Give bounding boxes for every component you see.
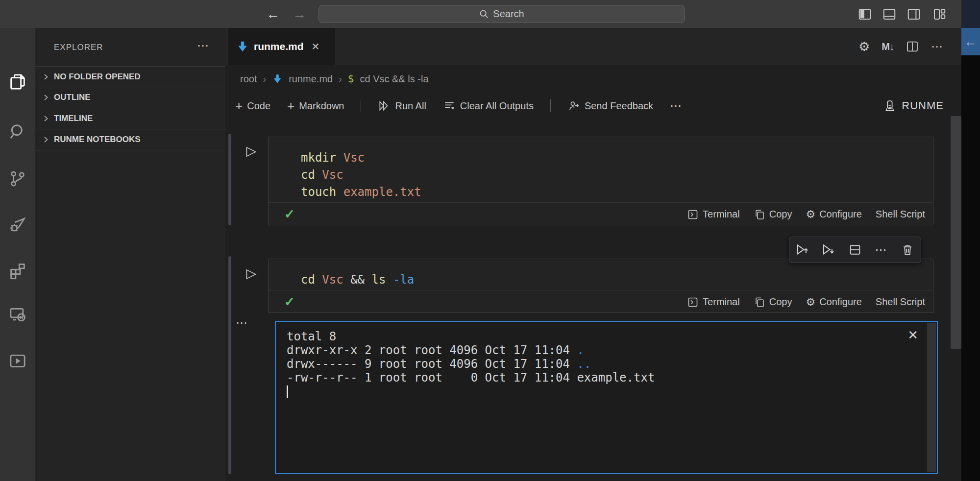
more-icon: ⋯ — [670, 99, 683, 113]
activity-bar — [0, 28, 35, 481]
cell-more-actions-button[interactable]: ⋯ — [870, 239, 893, 261]
background-back-arrow-icon: ← — [964, 34, 977, 49]
output-scrollbar[interactable] — [927, 323, 936, 472]
delete-cell-button[interactable] — [896, 239, 919, 261]
cell-status-bar: ✓ Terminal Copy ⚙ Configure — [269, 290, 933, 313]
run-and-debug-icon[interactable] — [7, 214, 28, 236]
plus-icon: + — [235, 98, 243, 114]
background-window-body — [961, 55, 980, 481]
breadcrumb-file[interactable]: runme.md — [289, 73, 333, 85]
runme-file-icon — [236, 40, 249, 53]
copy-icon — [754, 296, 765, 308]
tab-runme-md[interactable]: runme.md ✕ — [228, 28, 335, 65]
toggle-primary-sidebar-button[interactable] — [858, 7, 872, 22]
search-placeholder: Search — [493, 8, 524, 20]
run-cell-button[interactable]: ▷ — [244, 144, 259, 158]
run-all-label: Run All — [395, 100, 426, 112]
open-preview-icon[interactable]: M↓ — [882, 41, 894, 52]
gear-icon: ⚙ — [806, 209, 815, 220]
toolbar-separator — [550, 99, 551, 112]
code-line: cd Vsc — [301, 167, 933, 184]
sidebar-more-actions-icon[interactable]: ⋯ — [197, 39, 210, 52]
tab-close-icon[interactable]: ✕ — [312, 41, 320, 52]
sidebar-sections: NO FOLDER OPENEDOUTLINETIMELINERUNME NOT… — [35, 66, 225, 150]
notebook-toolbar: + Code + Markdown Run All Clear All Outp… — [225, 93, 961, 119]
runme-notebooks-view-icon[interactable] — [7, 350, 28, 372]
split-editor-icon[interactable] — [906, 40, 919, 53]
clear-outputs-icon — [443, 99, 456, 112]
execute-below-button[interactable] — [817, 239, 840, 261]
code-line: drwxr-xr-x 2 root root 4096 Oct 17 11:04… — [287, 343, 655, 357]
add-code-cell-button[interactable]: + Code — [235, 98, 270, 114]
explorer-icon[interactable] — [7, 71, 28, 93]
code-line: -rw-r--r-- 1 root root 0 Oct 17 11:04 ex… — [287, 371, 655, 385]
toggle-panel-button[interactable] — [882, 7, 897, 22]
toggle-secondary-sidebar-button[interactable] — [906, 7, 921, 22]
breadcrumb-runme-icon — [272, 73, 283, 84]
cell-language-picker[interactable]: Shell Script — [876, 209, 925, 220]
cell-copy-button[interactable]: Copy — [754, 296, 792, 308]
command-center-search[interactable]: Search — [318, 5, 685, 23]
customize-layout-button[interactable] — [932, 7, 947, 22]
breadcrumb-root[interactable]: root — [240, 73, 257, 85]
breadcrumb-chevron-icon: › — [339, 73, 342, 85]
split-cell-button[interactable] — [844, 239, 866, 261]
cell-focus-indicator[interactable] — [228, 134, 231, 225]
send-feedback-icon — [567, 99, 580, 112]
breadcrumb-command[interactable]: cd Vsc && ls -la — [360, 73, 429, 85]
sidebar-explorer: EXPLORER ⋯ NO FOLDER OPENEDOUTLINETIMELI… — [35, 28, 225, 481]
send-feedback-button[interactable]: Send Feedback — [567, 99, 653, 112]
code-cell-1[interactable]: mkdir Vsccd Vsctouch example.txt ✓ Termi… — [268, 137, 933, 225]
terminal-cursor — [287, 385, 288, 398]
sidebar-section-no-folder-opened[interactable]: NO FOLDER OPENED — [35, 66, 225, 87]
remote-explorer-icon[interactable] — [7, 304, 28, 325]
sidebar-section-timeline[interactable]: TIMELINE — [35, 108, 225, 129]
breadcrumb-prompt-symbol: $ — [348, 73, 354, 85]
add-markdown-cell-button[interactable]: + Markdown — [287, 98, 344, 114]
run-cell-button[interactable]: ▷ — [244, 266, 259, 281]
chevron-right-icon — [42, 115, 50, 122]
settings-gear-icon[interactable]: ⚙ — [858, 41, 870, 52]
output-options-icon[interactable]: ⋯ — [236, 316, 249, 330]
cell-output-terminal[interactable]: total 8drwxr-xr-x 2 root root 4096 Oct 1… — [275, 321, 938, 474]
run-all-button[interactable]: Run All — [378, 99, 426, 112]
cell-code-editor[interactable]: cd Vsc && ls -la — [269, 259, 933, 289]
cell-focus-indicator[interactable] — [228, 256, 231, 474]
cell-terminal-button[interactable]: Terminal — [687, 296, 740, 308]
terminal-icon — [687, 296, 699, 308]
output-close-icon[interactable]: ✕ — [907, 328, 918, 343]
source-control-icon[interactable] — [7, 168, 28, 190]
runme-brand-label: RUNME — [902, 99, 944, 112]
code-cell-2[interactable]: cd Vsc && ls -la ✓ Terminal Copy ⚙ Confi — [268, 259, 933, 313]
cell-language-picker[interactable]: Shell Script — [876, 296, 925, 308]
breadcrumb-chevron-icon: › — [263, 73, 266, 85]
cell-configure-button[interactable]: ⚙ Configure — [806, 296, 861, 308]
cell-configure-button[interactable]: ⚙ Configure — [806, 209, 861, 220]
code-line: cd Vsc && ls -la — [301, 271, 933, 289]
nav-forward-icon[interactable]: → — [291, 0, 308, 28]
cell-copy-button[interactable]: Copy — [754, 209, 792, 220]
cell-hover-toolbar: ⋯ — [789, 237, 921, 263]
nav-back-icon[interactable]: ← — [265, 0, 281, 28]
trash-icon — [901, 243, 914, 257]
cell-code-editor[interactable]: mkdir Vsccd Vsctouch example.txt — [269, 137, 933, 201]
runme-brand-button[interactable]: RUNME — [883, 93, 944, 119]
extensions-icon[interactable] — [7, 260, 28, 281]
runme-logo-icon — [883, 99, 897, 113]
sidebar-section-label: RUNME NOTEBOOKS — [54, 135, 141, 144]
sidebar-section-outline[interactable]: OUTLINE — [35, 87, 225, 108]
cell-status-bar: ✓ Terminal Copy ⚙ Configure — [269, 203, 933, 226]
sidebar-section-label: NO FOLDER OPENED — [54, 72, 141, 82]
editor-scrollbar[interactable] — [951, 116, 961, 349]
clear-all-outputs-button[interactable]: Clear All Outputs — [443, 99, 534, 112]
clear-all-outputs-label: Clear All Outputs — [460, 100, 534, 112]
gear-icon: ⚙ — [806, 297, 815, 308]
sidebar-title: EXPLORER — [54, 43, 103, 52]
notebook-more-actions-button[interactable]: ⋯ — [670, 99, 683, 113]
search-view-icon[interactable] — [7, 121, 28, 143]
cell-terminal-button[interactable]: Terminal — [687, 209, 740, 220]
execute-above-button[interactable] — [791, 239, 814, 261]
vscode-window: ← → Search ← — [0, 0, 980, 481]
editor-more-actions-icon[interactable]: ⋯ — [931, 40, 944, 53]
sidebar-section-runme-notebooks[interactable]: RUNME NOTEBOOKS — [35, 129, 225, 150]
